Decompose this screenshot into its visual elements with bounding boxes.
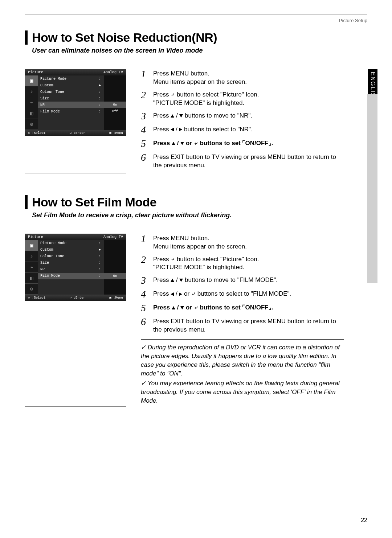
step-row: 4 Press / or ⤶ buttons to select to "FIL… <box>141 289 344 299</box>
step-text: Press / buttons to select to "NR". <box>153 125 253 134</box>
osd-footer: ◇ :Select ↵ :Enter ▣ :Menu <box>25 295 126 301</box>
osd-values-column: OnOff <box>104 75 126 130</box>
osd-row-label: NR <box>40 103 98 107</box>
osd-row-indicator: : <box>98 241 102 245</box>
osd-row-indicator: ► <box>98 83 102 87</box>
enter-icon: ⤶ <box>194 140 198 147</box>
osd-row-indicator: : <box>98 77 102 81</box>
up-arrow-icon <box>172 306 175 309</box>
osd-row-indicator: : <box>98 261 102 265</box>
channel-icon: ⌁ <box>25 262 38 273</box>
osd-menu-row: Colour Tone: <box>38 253 104 260</box>
section-title: How to Set Noise Reduction(NR) <box>32 30 217 45</box>
language-tab-bg <box>367 94 377 283</box>
step-text: Press / buttons to move to "NR". <box>153 111 252 120</box>
steps-list: 1 Press MENU button.Menu items appear on… <box>141 234 344 407</box>
section-title: How to Set Film Mode <box>32 195 156 209</box>
osd-menu-row: Size: <box>38 95 104 102</box>
sound-icon: ♪ <box>25 251 38 262</box>
step-text: Press EXIT button to TV viewing or press… <box>153 317 344 334</box>
enter-icon: ⤶ <box>171 256 175 263</box>
osd-value-on: On <box>104 273 126 279</box>
osd-menu-row: NR: <box>38 102 104 108</box>
step-number: 6 <box>141 152 150 163</box>
osd-menu-row: Colour Tone: <box>38 89 104 95</box>
step-row: 5 Press / or ⤶ buttons to set ⌜ON/OFF⌟. <box>141 139 344 149</box>
setup-icon: ⚙ <box>25 119 38 130</box>
step-text: Press ⤶ button to select "Picture" Icon.… <box>153 90 259 107</box>
step-number: 5 <box>141 303 150 313</box>
osd-title-right: Analog TV <box>103 70 123 74</box>
step-number: 1 <box>141 234 150 244</box>
down-arrow-icon <box>179 114 183 118</box>
step-text: Press MENU button.Menu items appear on t… <box>153 234 247 251</box>
left-arrow-icon <box>171 292 174 296</box>
osd-row-label: Picture Mode <box>40 77 98 81</box>
tip-row: ✓ You may experience tearing effects on … <box>141 379 344 405</box>
section-title-row: How to Set Noise Reduction(NR) <box>25 30 367 45</box>
content-row: Picture Analog TV ▣ ♪ ⌁ ◧ ⚙ Picture Mode… <box>25 234 367 407</box>
osd-foot-select: ◇ :Select <box>28 296 46 300</box>
osd-row-label: NR <box>40 267 98 271</box>
step-row: 3 Press / buttons to move to "NR". <box>141 111 344 121</box>
osd-menu-row: Film Mode: <box>38 273 104 279</box>
osd-menu-row: Custom► <box>38 247 104 253</box>
step-text: Press / or ⤶ buttons to select to "FILM … <box>153 289 291 298</box>
osd-row-label: Custom <box>40 83 98 87</box>
osd-foot-menu: ▣ :Menu <box>109 131 123 135</box>
right-arrow-icon <box>179 292 182 296</box>
content-row: Picture Analog TV ▣ ♪ ⌁ ◧ ⚙ Picture Mode… <box>25 69 367 173</box>
osd-row-indicator: ► <box>98 248 102 252</box>
channel-icon: ⌁ <box>25 97 38 108</box>
step-number: 4 <box>141 289 150 299</box>
osd-value-empty <box>104 240 126 247</box>
sound-icon: ♪ <box>25 86 38 97</box>
down-arrow-icon <box>180 306 184 309</box>
osd-row-label: Colour Tone <box>40 90 98 94</box>
osd-row-indicator: : <box>98 267 102 271</box>
osd-row-indicator: : <box>98 96 102 100</box>
check-icon: ✓ <box>141 380 146 387</box>
osd-values-column: On <box>104 240 126 295</box>
step-number: 3 <box>141 111 150 121</box>
tips-block: ✓ During the reproduction of a DVD or VC… <box>141 339 344 405</box>
picture-icon: ▣ <box>25 240 38 251</box>
step-row: 4 Press / buttons to select to "NR". <box>141 125 344 135</box>
osd-menu-row: Size: <box>38 260 104 266</box>
step-text: Press / or ⤶ buttons to set ⌜ON/OFF⌟. <box>153 303 273 312</box>
left-arrow-icon <box>171 128 174 131</box>
step-text: Press EXIT button to TV viewing or press… <box>153 152 344 170</box>
step-number: 2 <box>141 90 150 100</box>
up-arrow-icon <box>171 279 174 282</box>
osd-value-empty <box>104 75 126 82</box>
osd-value-empty <box>104 260 126 266</box>
step-text: Press / or ⤶ buttons to set ⌜ON/OFF⌟. <box>153 139 273 148</box>
header-rule <box>25 15 367 15</box>
osd-title-left: Picture <box>28 235 43 239</box>
section-subtitle: User can eliminate noises on the screen … <box>32 47 367 54</box>
section-title-row: How to Set Film Mode <box>25 195 367 209</box>
osd-row-label: Size <box>40 96 98 100</box>
osd-row-label: Colour Tone <box>40 254 98 258</box>
pip-icon: ◧ <box>25 108 38 119</box>
check-icon: ✓ <box>141 344 146 351</box>
title-bar <box>25 195 28 209</box>
osd-body: ▣ ♪ ⌁ ◧ ⚙ Picture Mode:Custom►Colour Ton… <box>25 240 126 295</box>
step-number: 4 <box>141 125 150 135</box>
osd-body: ▣ ♪ ⌁ ◧ ⚙ Picture Mode:Custom►Colour Ton… <box>25 75 126 130</box>
osd-menu: Picture Analog TV ▣ ♪ ⌁ ◧ ⚙ Picture Mode… <box>25 234 126 407</box>
pip-icon: ◧ <box>25 273 38 284</box>
osd-menu: Picture Analog TV ▣ ♪ ⌁ ◧ ⚙ Picture Mode… <box>25 69 126 173</box>
title-bar <box>25 30 28 45</box>
osd-row-label: Custom <box>40 248 98 252</box>
right-arrow-icon <box>179 128 182 131</box>
osd-value-on: On <box>104 102 126 108</box>
osd-main: Picture Mode:Custom►Colour Tone:Size:NR:… <box>38 75 104 130</box>
osd-foot-menu: ▣ :Menu <box>109 296 123 300</box>
osd-menu-row: Custom► <box>38 82 104 89</box>
steps-list: 1 Press MENU button.Menu items appear on… <box>141 69 344 173</box>
osd-row-indicator: : <box>98 274 102 278</box>
manual-section: How to Set Film Mode Set Film Mode to re… <box>25 195 367 407</box>
setup-icon: ⚙ <box>25 284 38 295</box>
step-row: 2 Press ⤶ button to select "Picture" Ico… <box>141 255 344 272</box>
